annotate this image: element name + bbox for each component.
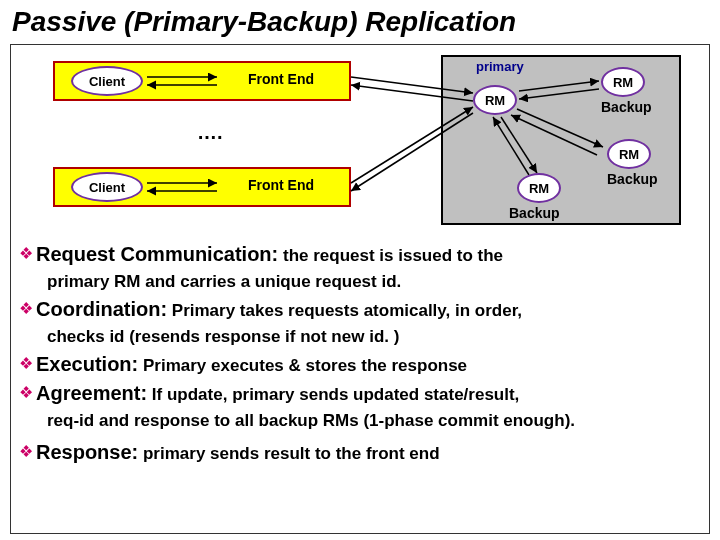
content-frame: Client Client …. Front End Front End pri… (10, 44, 710, 534)
client-node-1: Client (71, 66, 143, 96)
rm-primary: RM (473, 85, 517, 115)
frontend-label-2: Front End (226, 177, 336, 193)
svg-line-11 (511, 115, 597, 155)
bullet-lead: Execution: (36, 353, 138, 375)
ellipsis: …. (197, 121, 223, 144)
rm-backup-side: RM (607, 139, 651, 169)
diamond-icon: ❖ (19, 245, 33, 262)
primary-label: primary (476, 59, 524, 74)
bullet-lead: Response: (36, 441, 138, 463)
bullet-lead: Request Communication: (36, 243, 278, 265)
backup-label-top: Backup (601, 99, 652, 115)
bullet-body: the request is issued to the (278, 246, 503, 265)
bullet-lead: Agreement: (36, 382, 147, 404)
rm-backup-top: RM (601, 67, 645, 97)
bullet-body: primary sends result to the front end (138, 444, 439, 463)
bullet-cont: checks id (resends response if not new i… (47, 327, 701, 347)
bullet-body: If update, primary sends updated state/r… (147, 385, 519, 404)
frontend-label-1: Front End (226, 71, 336, 87)
svg-line-4 (351, 77, 473, 93)
svg-line-9 (519, 89, 599, 99)
backup-label-bottom: Backup (509, 205, 560, 221)
rm-backup-bottom: RM (517, 173, 561, 203)
svg-line-13 (493, 117, 529, 175)
bullet-list: ❖Request Communication: the request is i… (19, 243, 701, 470)
diamond-icon: ❖ (19, 443, 33, 460)
bullet-cont: req-id and response to all backup RMs (1… (47, 411, 701, 431)
bullet-4: ❖Agreement: If update, primary sends upd… (19, 382, 701, 405)
diagram: Client Client …. Front End Front End pri… (11, 45, 709, 245)
diamond-icon: ❖ (19, 300, 33, 317)
svg-line-7 (351, 113, 473, 191)
slide-title: Passive (Primary-Backup) Replication (12, 6, 710, 38)
bullet-5: ❖Response: primary sends result to the f… (19, 441, 701, 464)
bullet-body: Primary takes requests atomically, in or… (167, 301, 522, 320)
bullet-lead: Coordination: (36, 298, 167, 320)
diamond-icon: ❖ (19, 384, 33, 401)
diamond-icon: ❖ (19, 355, 33, 372)
backup-label-side: Backup (607, 171, 658, 187)
bullet-3: ❖Execution: Primary executes & stores th… (19, 353, 701, 376)
svg-line-5 (351, 85, 473, 101)
client-node-2: Client (71, 172, 143, 202)
bullet-body: Primary executes & stores the response (138, 356, 467, 375)
svg-line-6 (351, 107, 473, 183)
bullet-1: ❖Request Communication: the request is i… (19, 243, 701, 266)
svg-line-10 (517, 109, 603, 147)
bullet-cont: primary RM and carries a unique request … (47, 272, 701, 292)
bullet-2: ❖Coordination: Primary takes requests at… (19, 298, 701, 321)
svg-line-8 (519, 81, 599, 91)
